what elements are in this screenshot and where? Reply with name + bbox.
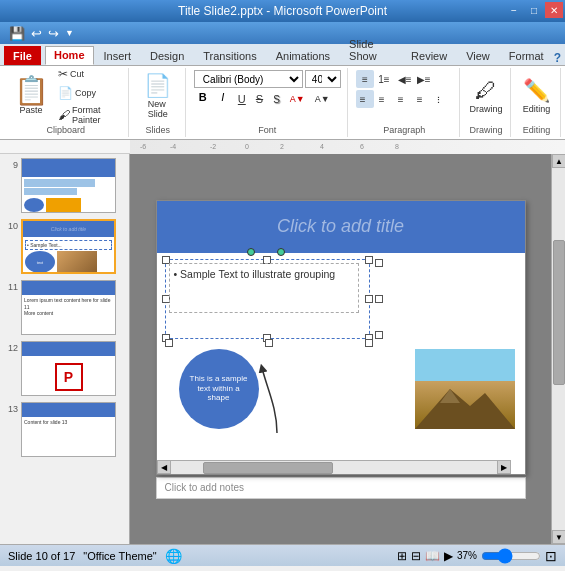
- title-bar: Title Slide2.pptx - Microsoft PowerPoint…: [0, 0, 565, 22]
- editing-label: Editing: [523, 123, 551, 135]
- font-family-selector[interactable]: Calibri (Body): [194, 70, 303, 88]
- slide-thumb-12[interactable]: 12 P: [2, 339, 127, 398]
- status-right: ⊞ ⊟ 📖 ▶ 37% ⊡: [397, 548, 557, 564]
- drawing-button[interactable]: 🖊 Drawing: [465, 70, 506, 122]
- justify-button[interactable]: ≡: [413, 90, 431, 108]
- tab-format[interactable]: Format: [500, 47, 553, 65]
- increase-indent-button[interactable]: ▶≡: [413, 70, 431, 88]
- status-left: Slide 10 of 17 "Office Theme" 🌐: [8, 548, 182, 564]
- h-scroll-right-btn[interactable]: ▶: [497, 460, 511, 474]
- slide-img-11: Lorem ipsum text content here for slide …: [21, 280, 116, 335]
- slide-thumb-11[interactable]: 11 Lorem ipsum text content here for sli…: [2, 278, 127, 337]
- cut-button[interactable]: ✂Cut: [54, 65, 122, 83]
- tab-home[interactable]: Home: [45, 46, 94, 65]
- slide-img-13: Content for slide 13: [21, 402, 116, 457]
- slide-title-area[interactable]: Click to add title: [157, 201, 525, 253]
- redo-quick-btn[interactable]: ↪: [47, 25, 60, 42]
- handle-bottom-left: [165, 339, 173, 347]
- font-size-selector[interactable]: 40: [305, 70, 341, 88]
- tab-view[interactable]: View: [457, 47, 499, 65]
- font-color-button[interactable]: A▼: [286, 92, 309, 106]
- zoom-slider[interactable]: [481, 550, 541, 562]
- slides-group: 📄 NewSlide Slides: [131, 68, 186, 137]
- slide-num-10: 10: [4, 221, 18, 231]
- slide-img-10: Click to add title • Sample Text... text: [21, 219, 116, 274]
- v-scroll-track[interactable]: [552, 168, 565, 530]
- slide-canvas: Click to add title: [156, 200, 526, 475]
- editing-button[interactable]: ✏️ Editing: [519, 70, 555, 122]
- ribbon: 📋 Paste ✂Cut 📄Copy 🖌Format Painter Clipb…: [0, 66, 565, 140]
- language-icon[interactable]: 🌐: [165, 548, 182, 564]
- columns-button[interactable]: ⫶: [432, 90, 450, 108]
- bottom-handle-right: [365, 339, 373, 347]
- zoom-fit-btn[interactable]: ⊡: [545, 548, 557, 564]
- slide-thumb-13[interactable]: 13 Content for slide 13: [2, 400, 127, 459]
- align-right-button[interactable]: ≡: [394, 90, 412, 108]
- quick-access-toolbar: 💾 ↩ ↪ ▼: [0, 22, 83, 44]
- tab-transitions[interactable]: Transitions: [194, 47, 265, 65]
- align-center-button[interactable]: ≡: [375, 90, 393, 108]
- customize-quick-btn[interactable]: ▼: [64, 27, 75, 39]
- clipboard-label: Clipboard: [47, 123, 86, 135]
- shadow-button[interactable]: S: [269, 92, 284, 107]
- v-scrollbar[interactable]: ▲ ▼: [551, 154, 565, 544]
- font-label: Font: [258, 123, 276, 135]
- view-reading-btn[interactable]: 📖: [425, 549, 440, 563]
- tab-file[interactable]: File: [4, 46, 41, 65]
- bullet-text: • Sample Text to illustrate grouping: [174, 268, 354, 280]
- paste-button[interactable]: 📋 Paste: [10, 70, 52, 122]
- drawing-group: 🖊 Drawing Drawing: [462, 68, 511, 137]
- svg-marker-1: [415, 389, 515, 429]
- tab-design[interactable]: Design: [141, 47, 193, 65]
- slide-title-placeholder: Click to add title: [277, 216, 404, 237]
- italic-button[interactable]: I: [214, 90, 232, 108]
- notes-area[interactable]: Click to add notes: [156, 477, 526, 499]
- view-slideshow-btn[interactable]: ▶: [444, 549, 453, 563]
- numbering-button[interactable]: 1≡: [375, 70, 393, 88]
- main-area: 9 10 Click to add title: [0, 154, 565, 544]
- copy-button[interactable]: 📄Copy: [54, 84, 122, 102]
- undo-quick-btn[interactable]: ↩: [30, 25, 43, 42]
- slide-body: • Sample Text to illustrate grouping Thi…: [157, 253, 525, 476]
- slide-panel[interactable]: 9 10 Click to add title: [0, 154, 130, 544]
- strikethrough-button[interactable]: S: [252, 91, 267, 107]
- underline-button[interactable]: U: [234, 91, 250, 107]
- photo-placeholder: [415, 349, 515, 429]
- minimize-button[interactable]: −: [505, 2, 523, 18]
- help-icon[interactable]: ?: [554, 51, 561, 65]
- tab-insert[interactable]: Insert: [95, 47, 141, 65]
- new-slide-button[interactable]: 📄 NewSlide: [134, 70, 182, 122]
- text-box[interactable]: • Sample Text to illustrate grouping: [169, 263, 359, 313]
- shape-text: This is a sample text within a shape: [187, 374, 251, 403]
- arrow-annotation: [247, 358, 307, 440]
- align-left-button[interactable]: ≡: [356, 90, 374, 108]
- h-scrollbar[interactable]: ◀ ▶: [157, 460, 511, 474]
- view-slide-sorter-btn[interactable]: ⊟: [411, 549, 421, 563]
- tab-slideshow[interactable]: Slide Show: [340, 35, 401, 65]
- font-group: Calibri (Body) 40 B I U S S A▼ A▼ Font: [188, 68, 348, 137]
- status-bar: Slide 10 of 17 "Office Theme" 🌐 ⊞ ⊟ 📖 ▶ …: [0, 544, 565, 566]
- decrease-indent-button[interactable]: ◀≡: [394, 70, 412, 88]
- slide-thumb-10[interactable]: 10 Click to add title • Sample Text... t…: [2, 217, 127, 276]
- handle-right-bot: [375, 331, 383, 339]
- h-scroll-left-btn[interactable]: ◀: [157, 460, 171, 474]
- clipboard-group: 📋 Paste ✂Cut 📄Copy 🖌Format Painter Clipb…: [4, 68, 129, 137]
- view-normal-btn[interactable]: ⊞: [397, 549, 407, 563]
- v-scroll-down-btn[interactable]: ▼: [552, 530, 565, 544]
- clear-format-button[interactable]: A▼: [311, 92, 334, 106]
- handle-right-top: [375, 259, 383, 267]
- tab-animations[interactable]: Animations: [267, 47, 339, 65]
- v-scroll-up-btn[interactable]: ▲: [552, 154, 565, 168]
- slide-thumb-9[interactable]: 9: [2, 156, 127, 215]
- ribbon-tab-bar: File Home Insert Design Transitions Anim…: [0, 44, 565, 66]
- bottom-handle-mid: [265, 339, 273, 347]
- v-scroll-thumb[interactable]: [553, 240, 565, 385]
- bullets-button[interactable]: ≡: [356, 70, 374, 88]
- maximize-button[interactable]: □: [525, 2, 543, 18]
- save-quick-btn[interactable]: 💾: [8, 25, 26, 42]
- tab-review[interactable]: Review: [402, 47, 456, 65]
- bold-button[interactable]: B: [194, 90, 212, 108]
- h-scroll-track[interactable]: [171, 461, 497, 474]
- h-scroll-thumb[interactable]: [203, 462, 333, 474]
- close-button[interactable]: ✕: [545, 2, 563, 18]
